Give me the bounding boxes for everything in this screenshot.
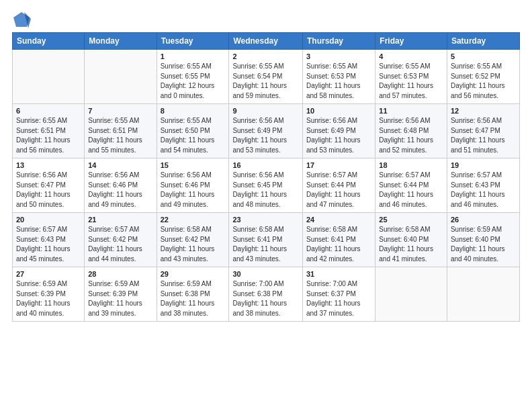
day-info: Sunrise: 6:57 AMSunset: 6:42 PMDaylight:…: [88, 225, 152, 264]
day-number: 3: [306, 52, 371, 60]
day-number: 11: [379, 107, 443, 115]
weekday-header-row: SundayMondayTuesdayWednesdayThursdayFrid…: [13, 33, 520, 50]
day-info: Sunrise: 6:56 AMSunset: 6:49 PMDaylight:…: [306, 116, 371, 155]
calendar-cell: 3Sunrise: 6:55 AMSunset: 6:53 PMDaylight…: [302, 50, 375, 104]
day-number: 16: [232, 161, 299, 169]
calendar-cell: 17Sunrise: 6:57 AMSunset: 6:44 PMDayligh…: [302, 158, 375, 213]
calendar-cell: 24Sunrise: 6:58 AMSunset: 6:41 PMDayligh…: [302, 213, 375, 267]
day-info: Sunrise: 6:55 AMSunset: 6:54 PMDaylight:…: [232, 62, 299, 101]
weekday-header-tuesday: Tuesday: [157, 33, 229, 50]
calendar-cell: 13Sunrise: 6:56 AMSunset: 6:47 PMDayligh…: [13, 158, 85, 213]
day-number: 17: [306, 161, 371, 169]
day-info: Sunrise: 6:57 AMSunset: 6:43 PMDaylight:…: [451, 171, 516, 210]
day-number: 31: [306, 270, 371, 278]
calendar-cell: 25Sunrise: 6:58 AMSunset: 6:40 PMDayligh…: [375, 213, 447, 267]
day-info: Sunrise: 6:59 AMSunset: 6:40 PMDaylight:…: [451, 225, 516, 264]
calendar-cell: 9Sunrise: 6:56 AMSunset: 6:49 PMDaylight…: [229, 104, 303, 158]
calendar-cell: 28Sunrise: 6:59 AMSunset: 6:39 PMDayligh…: [85, 267, 157, 322]
day-number: 27: [16, 270, 81, 278]
calendar-cell: 29Sunrise: 6:59 AMSunset: 6:38 PMDayligh…: [157, 267, 229, 322]
week-row-4: 20Sunrise: 6:57 AMSunset: 6:43 PMDayligh…: [13, 213, 520, 267]
day-info: Sunrise: 6:56 AMSunset: 6:46 PMDaylight:…: [88, 171, 152, 210]
day-number: 8: [161, 107, 226, 115]
week-row-5: 27Sunrise: 6:59 AMSunset: 6:39 PMDayligh…: [13, 267, 520, 322]
calendar-cell: 1Sunrise: 6:55 AMSunset: 6:55 PMDaylight…: [157, 50, 229, 104]
calendar-cell: 21Sunrise: 6:57 AMSunset: 6:42 PMDayligh…: [85, 213, 157, 267]
day-number: 12: [451, 107, 516, 115]
day-number: 18: [379, 161, 443, 169]
calendar-cell: [447, 267, 519, 322]
calendar-cell: 19Sunrise: 6:57 AMSunset: 6:43 PMDayligh…: [447, 158, 519, 213]
day-info: Sunrise: 6:56 AMSunset: 6:47 PMDaylight:…: [16, 171, 81, 210]
weekday-header-thursday: Thursday: [302, 33, 375, 50]
day-number: 5: [451, 52, 516, 60]
day-number: 2: [232, 52, 299, 60]
calendar-cell: 6Sunrise: 6:55 AMSunset: 6:51 PMDaylight…: [13, 104, 85, 158]
day-info: Sunrise: 6:55 AMSunset: 6:53 PMDaylight:…: [379, 62, 443, 101]
header: [12, 7, 520, 30]
weekday-header-saturday: Saturday: [447, 33, 519, 50]
calendar-cell: 10Sunrise: 6:56 AMSunset: 6:49 PMDayligh…: [302, 104, 375, 158]
day-info: Sunrise: 6:56 AMSunset: 6:46 PMDaylight:…: [161, 171, 226, 210]
day-number: 6: [16, 107, 81, 115]
day-info: Sunrise: 6:57 AMSunset: 6:43 PMDaylight:…: [16, 225, 81, 264]
day-info: Sunrise: 6:55 AMSunset: 6:51 PMDaylight:…: [88, 116, 152, 155]
calendar-cell: 30Sunrise: 7:00 AMSunset: 6:38 PMDayligh…: [229, 267, 303, 322]
day-number: 26: [451, 216, 516, 224]
day-number: 13: [16, 161, 81, 169]
calendar-cell: 15Sunrise: 6:56 AMSunset: 6:46 PMDayligh…: [157, 158, 229, 213]
day-info: Sunrise: 6:55 AMSunset: 6:50 PMDaylight:…: [161, 116, 226, 155]
day-number: 15: [161, 161, 226, 169]
week-row-2: 6Sunrise: 6:55 AMSunset: 6:51 PMDaylight…: [13, 104, 520, 158]
day-info: Sunrise: 6:56 AMSunset: 6:48 PMDaylight:…: [379, 116, 443, 155]
calendar-cell: 26Sunrise: 6:59 AMSunset: 6:40 PMDayligh…: [447, 213, 519, 267]
day-info: Sunrise: 6:56 AMSunset: 6:49 PMDaylight:…: [232, 116, 299, 155]
day-info: Sunrise: 6:55 AMSunset: 6:53 PMDaylight:…: [306, 62, 371, 101]
day-number: 7: [88, 107, 152, 115]
day-number: 20: [16, 216, 81, 224]
day-number: 29: [161, 270, 226, 278]
day-number: 10: [306, 107, 371, 115]
day-number: 28: [88, 270, 152, 278]
calendar-cell: 2Sunrise: 6:55 AMSunset: 6:54 PMDaylight…: [229, 50, 303, 104]
day-info: Sunrise: 6:55 AMSunset: 6:55 PMDaylight:…: [161, 62, 226, 101]
day-info: Sunrise: 6:58 AMSunset: 6:40 PMDaylight:…: [379, 225, 443, 264]
weekday-header-monday: Monday: [85, 33, 157, 50]
day-number: 19: [451, 161, 516, 169]
day-number: 14: [88, 161, 152, 169]
week-row-3: 13Sunrise: 6:56 AMSunset: 6:47 PMDayligh…: [13, 158, 520, 213]
calendar-cell: 8Sunrise: 6:55 AMSunset: 6:50 PMDaylight…: [157, 104, 229, 158]
day-number: 9: [232, 107, 299, 115]
calendar-cell: [85, 50, 157, 104]
calendar-cell: 12Sunrise: 6:56 AMSunset: 6:47 PMDayligh…: [447, 104, 519, 158]
calendar-cell: 20Sunrise: 6:57 AMSunset: 6:43 PMDayligh…: [13, 213, 85, 267]
day-number: 22: [161, 216, 226, 224]
calendar-cell: 27Sunrise: 6:59 AMSunset: 6:39 PMDayligh…: [13, 267, 85, 322]
calendar-cell: 14Sunrise: 6:56 AMSunset: 6:46 PMDayligh…: [85, 158, 157, 213]
day-info: Sunrise: 6:57 AMSunset: 6:44 PMDaylight:…: [379, 171, 443, 210]
day-number: 21: [88, 216, 152, 224]
day-info: Sunrise: 6:55 AMSunset: 6:51 PMDaylight:…: [16, 116, 81, 155]
calendar-cell: 22Sunrise: 6:58 AMSunset: 6:42 PMDayligh…: [157, 213, 229, 267]
day-info: Sunrise: 6:56 AMSunset: 6:47 PMDaylight:…: [451, 116, 516, 155]
day-number: 25: [379, 216, 443, 224]
calendar-cell: 31Sunrise: 7:00 AMSunset: 6:37 PMDayligh…: [302, 267, 375, 322]
week-row-1: 1Sunrise: 6:55 AMSunset: 6:55 PMDaylight…: [13, 50, 520, 104]
calendar-cell: 18Sunrise: 6:57 AMSunset: 6:44 PMDayligh…: [375, 158, 447, 213]
day-number: 4: [379, 52, 443, 60]
calendar-cell: [375, 267, 447, 322]
day-info: Sunrise: 6:58 AMSunset: 6:42 PMDaylight:…: [161, 225, 226, 264]
calendar-cell: 5Sunrise: 6:55 AMSunset: 6:52 PMDaylight…: [447, 50, 519, 104]
day-info: Sunrise: 6:59 AMSunset: 6:39 PMDaylight:…: [16, 279, 81, 318]
day-number: 23: [232, 216, 299, 224]
day-info: Sunrise: 6:59 AMSunset: 6:39 PMDaylight:…: [88, 279, 152, 318]
day-number: 30: [232, 270, 299, 278]
day-info: Sunrise: 6:55 AMSunset: 6:52 PMDaylight:…: [451, 62, 516, 101]
logo-icon: [12, 11, 31, 30]
calendar-cell: 23Sunrise: 6:58 AMSunset: 6:41 PMDayligh…: [229, 213, 303, 267]
calendar-cell: 4Sunrise: 6:55 AMSunset: 6:53 PMDaylight…: [375, 50, 447, 104]
day-number: 24: [306, 216, 371, 224]
calendar-cell: 11Sunrise: 6:56 AMSunset: 6:48 PMDayligh…: [375, 104, 447, 158]
day-info: Sunrise: 7:00 AMSunset: 6:38 PMDaylight:…: [232, 279, 299, 318]
calendar-cell: [13, 50, 85, 104]
